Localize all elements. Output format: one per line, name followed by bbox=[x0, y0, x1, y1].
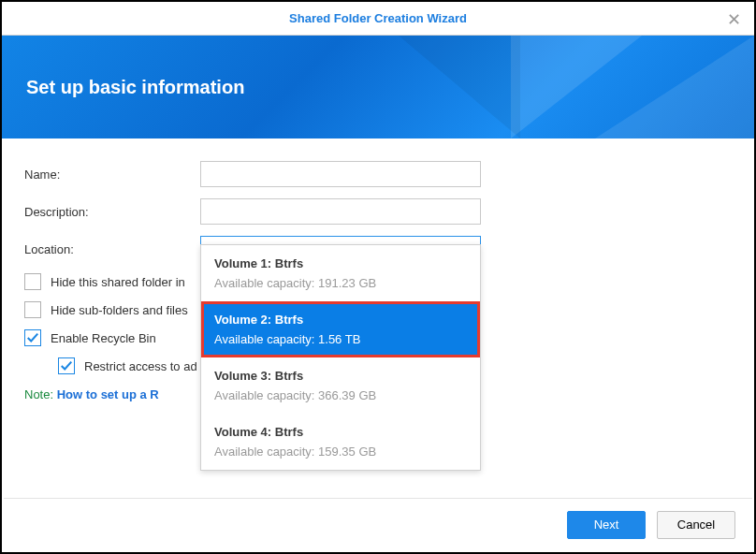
wizard-footer: Next Cancel bbox=[4, 498, 752, 550]
option-title: Volume 3: Btrfs bbox=[214, 369, 467, 383]
dropdown-option-volume2[interactable]: Volume 2: Btrfs Available capacity: 1.56… bbox=[201, 301, 480, 357]
wizard-window: Shared Folder Creation Wizard ✕ Set up b… bbox=[0, 0, 756, 554]
checkbox-box bbox=[24, 273, 41, 290]
titlebar: Shared Folder Creation Wizard ✕ bbox=[2, 2, 754, 36]
decor-triangle bbox=[399, 36, 520, 138]
decor-triangle bbox=[511, 36, 642, 138]
checkbox-label: Hide sub-folders and files bbox=[51, 303, 188, 317]
name-input[interactable] bbox=[200, 161, 481, 187]
window-title: Shared Folder Creation Wizard bbox=[289, 11, 467, 25]
cancel-button[interactable]: Cancel bbox=[657, 511, 735, 539]
option-subtitle: Available capacity: 159.35 GB bbox=[214, 445, 467, 459]
checkbox-label: Restrict access to ad bbox=[84, 359, 197, 373]
wizard-banner: Set up basic information bbox=[2, 36, 754, 138]
option-subtitle: Available capacity: 191.23 GB bbox=[214, 276, 467, 290]
label-name: Name: bbox=[24, 168, 200, 182]
note-prefix: Note: bbox=[24, 387, 53, 401]
check-icon bbox=[60, 359, 73, 372]
banner-title: Set up basic information bbox=[26, 77, 244, 98]
location-dropdown: Volume 1: Btrfs Available capacity: 191.… bbox=[200, 244, 481, 471]
option-title: Volume 4: Btrfs bbox=[214, 425, 467, 439]
dropdown-option-volume3[interactable]: Volume 3: Btrfs Available capacity: 366.… bbox=[201, 357, 480, 414]
option-subtitle: Available capacity: 1.56 TB bbox=[214, 332, 467, 346]
row-description: Description: bbox=[24, 198, 732, 225]
row-name: Name: bbox=[24, 161, 732, 187]
label-description: Description: bbox=[24, 205, 200, 219]
note-link[interactable]: How to set up a R bbox=[57, 387, 159, 401]
close-icon[interactable]: ✕ bbox=[727, 9, 741, 30]
option-title: Volume 1: Btrfs bbox=[214, 256, 467, 270]
next-button[interactable]: Next bbox=[567, 511, 646, 539]
checkbox-label: Hide this shared folder in bbox=[51, 275, 185, 289]
check-icon bbox=[26, 331, 39, 344]
dropdown-option-volume1[interactable]: Volume 1: Btrfs Available capacity: 191.… bbox=[201, 245, 480, 301]
checkbox-box bbox=[24, 301, 41, 318]
label-location: Location: bbox=[24, 242, 200, 256]
checkbox-box bbox=[58, 357, 75, 374]
checkbox-box bbox=[24, 329, 41, 346]
option-title: Volume 2: Btrfs bbox=[214, 313, 467, 327]
description-input[interactable] bbox=[200, 198, 481, 225]
option-subtitle: Available capacity: 366.39 GB bbox=[214, 388, 467, 402]
dropdown-option-volume4[interactable]: Volume 4: Btrfs Available capacity: 159.… bbox=[201, 414, 480, 470]
form-content: Name: Description: Location: Volume 2: B… bbox=[2, 138, 754, 401]
checkbox-label: Enable Recycle Bin bbox=[51, 331, 156, 345]
